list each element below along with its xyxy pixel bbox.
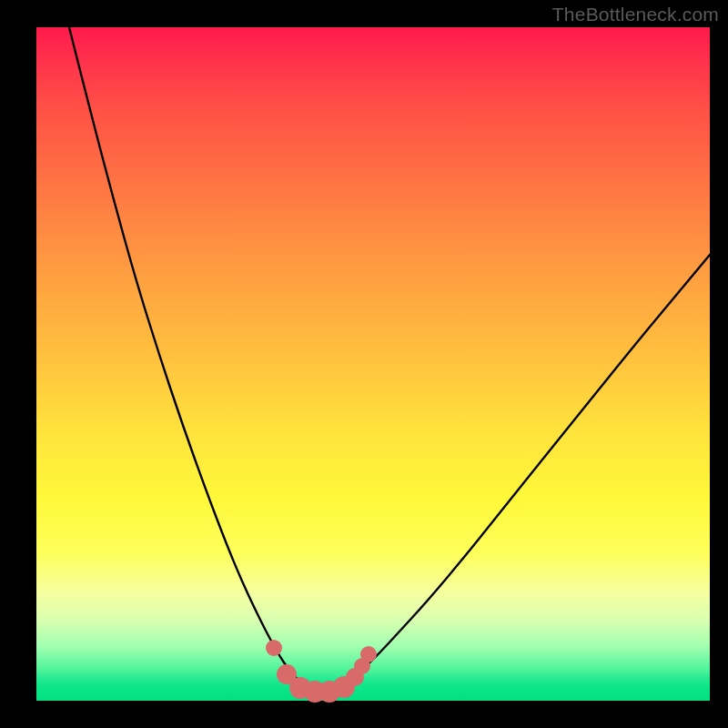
plot-area [36,27,710,701]
data-dot [360,646,377,662]
data-dot [266,640,282,656]
chart-svg [36,27,710,701]
watermark-text: TheBottleneck.com [552,4,719,25]
dots-group [266,640,377,703]
left-curve [69,27,323,693]
chart-frame: TheBottleneck.com [0,0,728,728]
right-curve [323,255,710,693]
